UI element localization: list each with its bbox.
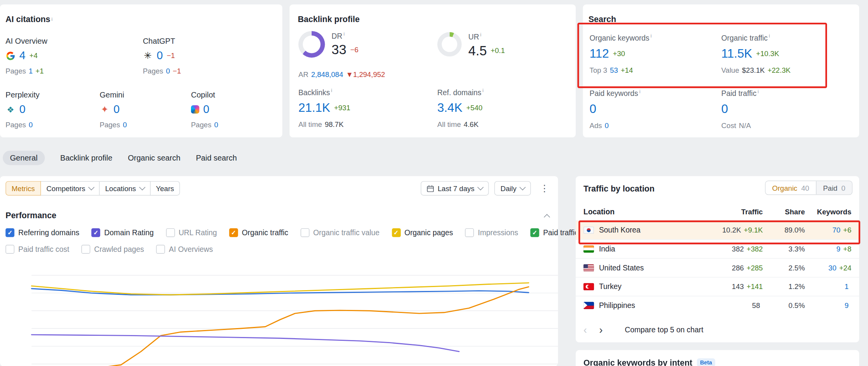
pages-value[interactable]: 1 <box>29 67 32 75</box>
metric-checkbox-paid-traffic[interactable]: Paid traffic <box>530 228 578 237</box>
locations-button[interactable]: Locations <box>99 181 150 195</box>
tab-paid-search[interactable]: Paid search <box>196 154 237 162</box>
keywords-value[interactable]: 9 <box>836 245 840 253</box>
table-row-turkey[interactable]: Turkey 143+141 1.2% 1 <box>576 277 859 296</box>
metric-checkbox-referring-domains[interactable]: Referring domains <box>5 228 79 237</box>
traffic-delta: +382 <box>747 245 763 253</box>
tab-general[interactable]: General <box>3 151 45 165</box>
metric-toggles-row-1: Referring domains Domain Rating URL Rati… <box>5 228 578 237</box>
checkbox-icon <box>530 228 539 237</box>
metric-checkbox-ai-overviews[interactable]: AI Overviews <box>156 245 213 254</box>
metric-checkbox-impressions[interactable]: Impressions <box>465 228 518 237</box>
metric-checkbox-crawled-pages[interactable]: Crawled pages <box>82 245 144 254</box>
metric-checkbox-url-rating[interactable]: URL Rating <box>166 228 217 237</box>
organic-traffic-value[interactable]: 11.5K <box>721 46 752 61</box>
ads-value[interactable]: 0 <box>605 121 609 129</box>
ai-citations-value[interactable]: 4 <box>19 49 26 62</box>
flag-icon <box>583 264 594 272</box>
top3-value[interactable]: 53 <box>610 66 618 74</box>
keywords-value[interactable]: 70 <box>832 226 841 234</box>
backlinks-value[interactable]: 21.1K <box>298 101 330 115</box>
organic-keywords-value[interactable]: 112 <box>590 46 609 61</box>
prev-page-icon[interactable]: ‹ <box>583 324 587 335</box>
checkbox-icon <box>300 228 309 237</box>
alltime-label: All time <box>298 120 322 128</box>
paid-keywords-value[interactable]: 0 <box>590 102 597 116</box>
tab-organic-search[interactable]: Organic search <box>128 154 181 162</box>
info-icon: i <box>343 31 344 36</box>
ai-citations-value[interactable]: 0 <box>114 103 120 116</box>
more-options-icon[interactable]: ⋮ <box>536 183 553 194</box>
toggle-paid[interactable]: Paid0 <box>816 181 852 194</box>
tab-backlink-profile[interactable]: Backlink profile <box>60 154 113 162</box>
table-row-united-states[interactable]: United States 286+285 2.5% 30+24 <box>576 258 859 277</box>
performance-line-chart[interactable] <box>0 260 558 366</box>
keywords-value[interactable]: 1 <box>845 282 849 291</box>
next-page-icon[interactable]: › <box>599 324 603 335</box>
traffic-value: 10.2K <box>722 226 741 234</box>
ai-citation-item-gemini: Gemini ✦ 0 Pages 0 <box>100 90 127 129</box>
value-delta: +22.3K <box>767 66 791 74</box>
chart-settings-group: Metrics Competitors Locations Years <box>5 181 180 195</box>
traffic-by-location-title: Traffic by location <box>583 184 655 193</box>
metric-checkbox-paid-traffic-cost[interactable]: Paid traffic cost <box>5 245 69 254</box>
backlink-profile-title: Backlink profile <box>298 14 360 24</box>
ref-domains-value[interactable]: 3.4K <box>437 101 462 115</box>
table-row-south-korea[interactable]: South Korea 10.2K+9.1K 89.0% 70+6 <box>576 221 859 239</box>
ai-citations-value[interactable]: 0 <box>203 103 209 116</box>
pages-value[interactable]: 0 <box>29 121 32 129</box>
ar-value[interactable]: 2,848,084 <box>311 70 343 79</box>
cost-label: Cost <box>721 121 736 129</box>
performance-section-title: Performance <box>5 210 56 220</box>
paid-keywords-label: Paid keywordsi <box>590 89 640 98</box>
ai-citation-item-chatgpt: ChatGPT ✳ 0 −1 Pages 0 −1 <box>143 36 181 75</box>
share-value: 89.0% <box>784 226 805 234</box>
chatgpt-icon: ✳ <box>143 51 153 60</box>
metric-label: AI Overviews <box>169 245 213 253</box>
date-range-button[interactable]: Last 7 days <box>421 181 489 195</box>
checkbox-icon <box>156 245 165 254</box>
toggle-organic[interactable]: Organic40 <box>766 181 816 194</box>
metric-checkbox-organic-traffic-value[interactable]: Organic traffic value <box>300 228 379 237</box>
table-row-india[interactable]: India 382+382 3.3% 9+8 <box>576 239 859 258</box>
keywords-delta: +24 <box>839 264 851 272</box>
metric-checkbox-organic-pages[interactable]: Organic pages <box>392 228 453 237</box>
pages-label: Pages <box>143 67 163 75</box>
ai-citations-value[interactable]: 0 <box>157 49 163 62</box>
organic-keywords-block: Organic keywordsi 112 +30 Top 3 53 +14 <box>584 33 652 74</box>
dr-label: DRi <box>332 31 358 40</box>
compare-top5-link[interactable]: Compare top 5 on chart <box>625 325 703 334</box>
dr-value: 33 <box>332 42 346 57</box>
paid-keywords-block: Paid keywordsi 0 Ads 0 <box>584 89 641 129</box>
table-row-philippines[interactable]: Philippines 58 0.5% 9 <box>576 296 859 315</box>
metrics-button[interactable]: Metrics <box>5 181 41 195</box>
keywords-value[interactable]: 30 <box>829 264 837 272</box>
pages-value[interactable]: 0 <box>166 67 170 75</box>
flag-icon <box>583 283 594 291</box>
keywords-value[interactable]: 9 <box>845 301 849 310</box>
ref-domains-block: Ref. domainsi 3.4K +540 All time 4.6K <box>437 87 484 128</box>
gemini-icon: ✦ <box>100 105 110 114</box>
value-amount: $23.1K <box>742 66 765 74</box>
ads-label: Ads <box>590 121 602 129</box>
ai-citations-card: AI citationsi AI Overview 4 +4 Pages 1 +… <box>0 4 282 137</box>
paid-traffic-value[interactable]: 0 <box>721 102 728 116</box>
traffic-by-location-card: Traffic by location Organic40 Paid0 Loca… <box>576 176 859 342</box>
ai-citations-value[interactable]: 0 <box>19 103 26 116</box>
years-button[interactable]: Years <box>150 181 180 195</box>
paid-traffic-label: Paid traffici <box>721 89 759 98</box>
pages-delta: −1 <box>173 67 181 75</box>
ai-source-name: AI Overview <box>5 36 47 45</box>
flag-icon <box>583 302 594 309</box>
granularity-button[interactable]: Daily <box>495 181 531 195</box>
competitors-button[interactable]: Competitors <box>40 181 99 195</box>
dr-delta: −6 <box>350 45 358 53</box>
ur-delta: +0.1 <box>491 46 505 55</box>
collapse-chevron-icon[interactable] <box>544 214 550 220</box>
metric-checkbox-domain-rating[interactable]: Domain Rating <box>92 228 154 237</box>
pages-value[interactable]: 0 <box>214 121 218 129</box>
pages-value[interactable]: 0 <box>123 121 127 129</box>
info-icon: i <box>650 33 651 39</box>
metric-checkbox-organic-traffic[interactable]: Organic traffic <box>229 228 288 237</box>
search-title: Search <box>588 14 616 24</box>
